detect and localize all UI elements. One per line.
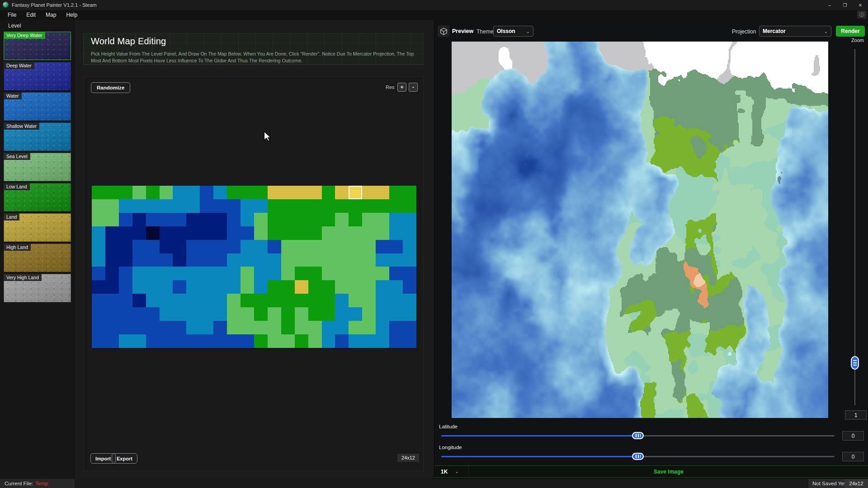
grid-cell[interactable] <box>173 240 186 253</box>
grid-cell[interactable] <box>213 321 227 334</box>
longitude-slider-thumb[interactable] <box>632 453 644 460</box>
grid-cell[interactable] <box>322 213 335 226</box>
zoom-value-field[interactable]: 1 <box>845 410 867 420</box>
grid-cell[interactable] <box>268 307 281 321</box>
grid-cell[interactable] <box>160 240 173 253</box>
grid-cell[interactable] <box>241 226 254 240</box>
level-item-low-land[interactable]: Low Land <box>4 183 71 211</box>
grid-cell[interactable] <box>322 253 335 267</box>
render-button[interactable]: Render <box>836 26 865 37</box>
grid-cell[interactable] <box>132 321 146 334</box>
grid-cell[interactable] <box>160 199 173 213</box>
level-item-very-high-land[interactable]: Very High Land <box>4 274 71 302</box>
grid-cell[interactable] <box>200 213 213 226</box>
grid-cell[interactable] <box>160 307 173 321</box>
grid-cell[interactable] <box>268 186 281 199</box>
grid-cell[interactable] <box>241 321 254 334</box>
grid-cell[interactable] <box>335 186 349 199</box>
grid-cell[interactable] <box>322 240 335 253</box>
latitude-slider[interactable] <box>441 432 835 439</box>
grid-cell[interactable] <box>403 321 416 334</box>
grid-cell[interactable] <box>119 226 132 240</box>
grid-cell[interactable] <box>173 213 186 226</box>
grid-cell[interactable] <box>173 307 186 321</box>
grid-cell[interactable] <box>92 294 105 307</box>
grid-cell[interactable] <box>308 186 322 199</box>
grid-cell[interactable] <box>200 307 213 321</box>
grid-cell[interactable] <box>132 226 146 240</box>
save-image-button[interactable]: Save Image <box>469 469 868 475</box>
grid-cell[interactable] <box>92 267 105 280</box>
info-icon[interactable]: ⓘ <box>857 11 866 19</box>
grid-cell[interactable] <box>227 253 241 267</box>
grid-cell[interactable] <box>322 321 335 334</box>
grid-cell[interactable] <box>173 280 186 294</box>
grid-cell[interactable] <box>362 186 376 199</box>
grid-cell[interactable] <box>268 280 281 294</box>
grid-cell[interactable] <box>281 240 295 253</box>
grid-cell[interactable] <box>213 199 227 213</box>
grid-cell[interactable] <box>200 253 213 267</box>
grid-cell[interactable] <box>295 294 308 307</box>
grid-cell[interactable] <box>322 294 335 307</box>
grid-cell[interactable] <box>349 280 362 294</box>
grid-cell[interactable] <box>376 307 389 321</box>
grid-cell[interactable] <box>389 334 403 348</box>
grid-cell[interactable] <box>376 321 389 334</box>
grid-cell[interactable] <box>281 334 295 348</box>
grid-cell[interactable] <box>389 253 403 267</box>
grid-cell[interactable] <box>241 280 254 294</box>
grid-cell[interactable] <box>160 294 173 307</box>
grid-cell[interactable] <box>227 280 241 294</box>
grid-cell[interactable] <box>376 213 389 226</box>
grid-cell[interactable] <box>281 321 295 334</box>
grid-cell[interactable] <box>146 253 160 267</box>
grid-cell[interactable] <box>186 267 200 280</box>
grid-cell[interactable] <box>92 240 105 253</box>
grid-cell[interactable] <box>322 226 335 240</box>
grid-cell[interactable] <box>376 294 389 307</box>
grid-cell[interactable] <box>105 186 119 199</box>
grid-cell[interactable] <box>362 321 376 334</box>
level-item-deep-water[interactable]: Deep Water <box>4 62 71 90</box>
grid-cell[interactable] <box>241 307 254 321</box>
grid-cell[interactable] <box>173 321 186 334</box>
export-button[interactable]: Export <box>112 453 137 464</box>
resolution-select[interactable]: 1K ⌄ <box>434 466 469 477</box>
grid-cell[interactable] <box>186 213 200 226</box>
grid-cell[interactable] <box>254 226 268 240</box>
grid-cell[interactable] <box>308 199 322 213</box>
projection-select[interactable]: Mercator ⌄ <box>759 26 831 37</box>
grid-cell[interactable] <box>119 294 132 307</box>
menu-item-edit[interactable]: Edit <box>21 10 41 20</box>
grid-cell[interactable] <box>389 199 403 213</box>
grid-cell[interactable] <box>281 307 295 321</box>
grid-cell[interactable] <box>349 294 362 307</box>
grid-cell[interactable] <box>119 213 132 226</box>
grid-cell[interactable] <box>295 199 308 213</box>
grid-cell[interactable] <box>241 199 254 213</box>
grid-cell[interactable] <box>335 321 349 334</box>
grid-cell[interactable] <box>281 253 295 267</box>
grid-cell[interactable] <box>92 213 105 226</box>
grid-cell[interactable] <box>92 253 105 267</box>
grid-cell[interactable] <box>186 253 200 267</box>
grid-cell[interactable] <box>105 307 119 321</box>
grid-cell[interactable] <box>213 334 227 348</box>
grid-cell[interactable] <box>322 267 335 280</box>
grid-cell[interactable] <box>362 307 376 321</box>
grid-cell[interactable] <box>186 280 200 294</box>
grid-cell[interactable] <box>227 294 241 307</box>
grid-cell[interactable] <box>119 334 132 348</box>
grid-cell[interactable] <box>295 186 308 199</box>
grid-cell[interactable] <box>227 267 241 280</box>
grid-cell[interactable] <box>92 226 105 240</box>
grid-cell[interactable] <box>389 213 403 226</box>
grid-cell[interactable] <box>349 307 362 321</box>
grid-cell[interactable] <box>362 240 376 253</box>
grid-cell[interactable] <box>268 321 281 334</box>
grid-cell[interactable] <box>105 226 119 240</box>
latitude-slider-thumb[interactable] <box>632 432 644 439</box>
grid-cell[interactable] <box>146 307 160 321</box>
grid-cell[interactable] <box>254 267 268 280</box>
